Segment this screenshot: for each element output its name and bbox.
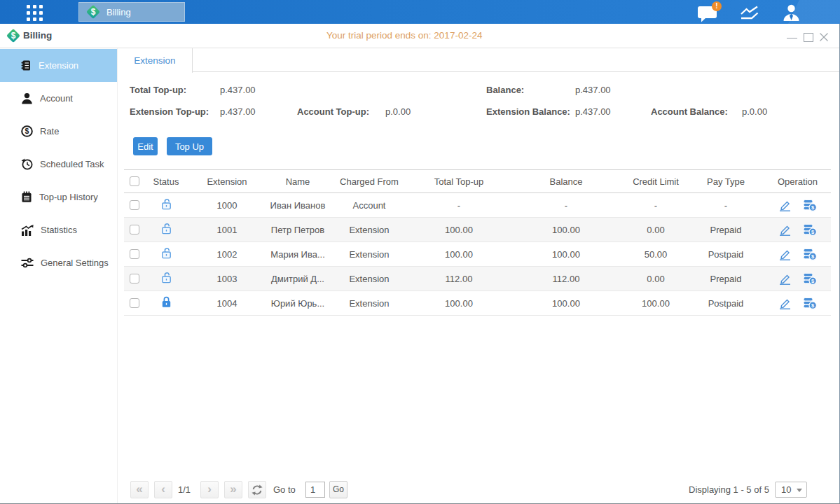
first-page-button[interactable]: « <box>130 481 149 498</box>
extensions-table: Status Extension Name Charged From Total… <box>124 169 831 316</box>
row-checkbox[interactable] <box>130 274 139 284</box>
go-button[interactable]: Go <box>329 481 347 498</box>
page-indicator: 1/1 <box>178 484 191 495</box>
cell-extension: 1003 <box>187 267 267 291</box>
page-size-select[interactable]: 10 <box>775 482 807 498</box>
extension-balance-label: Extension Balance: <box>486 106 570 117</box>
account-topup-label: Account Top-up: <box>297 106 369 117</box>
maximize-button[interactable] <box>804 33 813 42</box>
account-icon <box>21 92 33 104</box>
extension-topup-value: p.437.00 <box>220 106 256 117</box>
app-grid-icon[interactable] <box>27 5 43 21</box>
top-up-button[interactable]: Top Up <box>167 137 212 155</box>
rate-icon: $ <box>21 125 33 137</box>
top-bar: $ Billing ! <box>0 0 840 24</box>
cell-extension: 1002 <box>187 242 267 267</box>
cell-credit-limit: - <box>624 193 687 218</box>
select-all-checkbox[interactable] <box>130 176 139 186</box>
window-title: Billing <box>23 30 52 41</box>
sidebar-item-topup-history[interactable]: Top-up History <box>0 181 117 214</box>
monitor-button[interactable] <box>740 5 760 22</box>
unlocked-icon <box>160 271 172 284</box>
app-tab-billing[interactable]: $ Billing <box>78 2 185 22</box>
refresh-button[interactable] <box>248 481 266 498</box>
cell-balance: 100.00 <box>508 218 624 242</box>
general-settings-icon <box>21 258 34 268</box>
cell-total-topup: - <box>410 193 508 218</box>
sidebar-item-account[interactable]: Account <box>0 82 117 115</box>
cell-credit-limit: 100.00 <box>624 291 687 316</box>
sidebar-item-general-settings[interactable]: General Settings <box>0 246 117 279</box>
row-checkbox[interactable] <box>130 225 139 234</box>
row-checkbox[interactable] <box>130 249 139 259</box>
sidebar-item-scheduled-task[interactable]: Scheduled Task <box>0 148 117 181</box>
dropdown-caret-icon <box>797 489 802 492</box>
top-up-row-icon[interactable]: $ <box>803 273 817 285</box>
sidebar-item-statistics[interactable]: Statistics <box>0 214 117 246</box>
goto-page-input[interactable] <box>305 482 325 498</box>
row-checkbox[interactable] <box>130 298 139 308</box>
cell-name: Мария Ива... <box>267 242 329 267</box>
unlocked-icon <box>160 246 172 260</box>
col-status: Status <box>145 170 187 193</box>
cell-credit-limit: 0.00 <box>624 218 687 242</box>
locked-icon <box>160 295 172 309</box>
account-balance-label: Account Balance: <box>651 106 728 117</box>
sidebar-item-rate[interactable]: $ Rate <box>0 115 117 148</box>
row-checkbox[interactable] <box>130 200 139 210</box>
cell-charged-from: Extension <box>329 291 410 316</box>
table-header-row: Status Extension Name Charged From Total… <box>124 170 831 193</box>
cell-charged-from: Extension <box>329 242 410 267</box>
minimize-button[interactable] <box>787 38 797 38</box>
extension-icon <box>21 59 32 71</box>
top-up-row-icon[interactable]: $ <box>803 200 817 211</box>
extension-balance-value: p.437.00 <box>575 106 611 117</box>
refresh-icon <box>252 484 263 496</box>
top-up-row-icon[interactable]: $ <box>803 298 817 309</box>
edit-row-icon[interactable] <box>778 248 792 260</box>
top-up-row-icon[interactable]: $ <box>803 248 817 260</box>
prev-page-button[interactable]: ‹ <box>154 481 172 498</box>
user-menu-button[interactable] <box>782 4 801 23</box>
sidebar-item-label: Account <box>40 93 73 104</box>
balance-value: p.437.00 <box>575 85 611 95</box>
trial-notice: Your trial period ends on: 2017-02-24 <box>326 30 482 41</box>
extension-topup-label: Extension Top-up: <box>130 106 209 117</box>
svg-text:$: $ <box>91 7 96 17</box>
edit-row-icon[interactable] <box>778 273 792 285</box>
tab-extension[interactable]: Extension <box>118 48 193 73</box>
edit-row-icon[interactable] <box>778 224 792 236</box>
last-page-button[interactable]: » <box>224 481 242 498</box>
sidebar-item-extension[interactable]: Extension <box>0 49 117 82</box>
cell-extension: 1000 <box>187 193 267 218</box>
top-up-row-icon[interactable]: $ <box>803 224 817 236</box>
cell-pay-type: - <box>687 193 764 218</box>
goto-label: Go to <box>273 484 296 495</box>
col-pay-type: Pay Type <box>687 170 764 193</box>
cell-charged-from: Extension <box>329 218 410 242</box>
unlocked-icon <box>160 197 172 211</box>
edit-button[interactable]: Edit <box>133 137 158 155</box>
col-charged-from: Charged From <box>329 170 410 193</box>
cell-name: Петр Петров <box>267 218 329 242</box>
billing-diamond-icon: $ <box>85 4 101 20</box>
next-page-button[interactable]: › <box>200 481 219 498</box>
edit-row-icon[interactable] <box>778 200 792 211</box>
sidebar-item-label: Top-up History <box>39 192 98 202</box>
statistics-icon <box>21 225 34 236</box>
col-credit-limit: Credit Limit <box>624 170 687 193</box>
cell-extension: 1004 <box>187 291 267 316</box>
table-row: 1002 Мария Ива... Extension 100.00 100.0… <box>124 242 831 267</box>
col-total-topup: Total Top-up <box>410 170 508 193</box>
edit-row-icon[interactable] <box>778 298 792 309</box>
cell-balance: - <box>508 193 624 218</box>
sidebar-item-label: Scheduled Task <box>40 159 104 169</box>
tab-strip: Extension <box>118 48 839 73</box>
table-row: 1001 Петр Петров Extension 100.00 100.00… <box>124 218 831 242</box>
notifications-button[interactable]: ! <box>697 4 721 23</box>
cell-total-topup: 112.00 <box>410 267 508 291</box>
cell-credit-limit: 50.00 <box>624 242 687 267</box>
sidebar-item-label: Rate <box>40 126 59 136</box>
close-button[interactable] <box>818 31 829 43</box>
line-chart-icon <box>740 5 760 20</box>
